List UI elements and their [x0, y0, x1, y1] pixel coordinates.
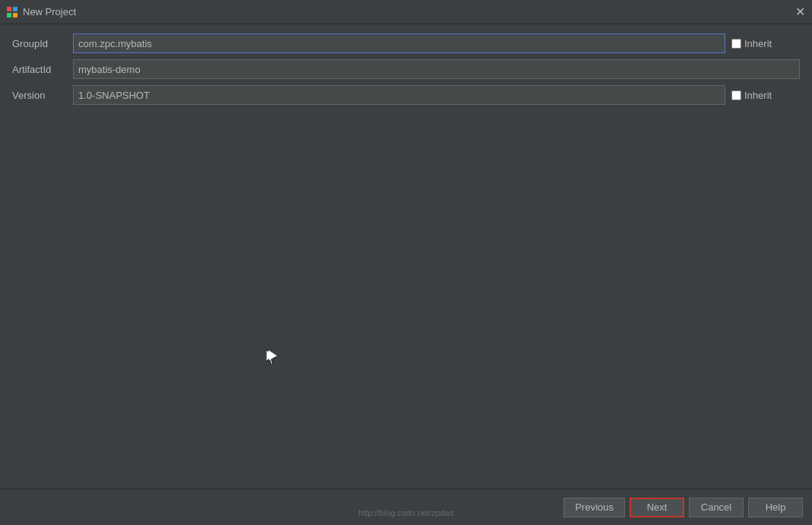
title-bar-left: New Project	[6, 6, 76, 18]
groupid-input-wrapper: Inherit	[73, 33, 800, 53]
svg-marker-4	[266, 349, 275, 365]
window-title: New Project	[23, 6, 76, 17]
version-inherit-wrapper: Inherit	[731, 90, 800, 101]
help-button[interactable]: Help	[748, 498, 803, 517]
groupid-inherit-checkbox[interactable]	[731, 39, 741, 49]
svg-rect-0	[7, 7, 11, 11]
groupid-input[interactable]	[73, 33, 725, 53]
version-input-wrapper: Inherit	[73, 85, 800, 105]
version-row: Version Inherit	[12, 85, 800, 105]
version-label: Version	[12, 90, 73, 101]
svg-rect-3	[13, 13, 17, 17]
close-button[interactable]: ✕	[794, 6, 806, 18]
next-button[interactable]: Next	[630, 498, 684, 517]
groupid-inherit-wrapper: Inherit	[731, 38, 800, 49]
app-icon	[6, 6, 18, 18]
form-content: GroupId Inherit ArtifactId Version Inher…	[0, 24, 812, 120]
artifactid-row: ArtifactId	[12, 59, 800, 79]
groupid-inherit-label: Inherit	[744, 38, 772, 49]
bottom-bar: Previous Next Cancel Help	[0, 489, 812, 525]
artifactid-input-wrapper	[73, 59, 800, 79]
artifactid-label: ArtifactId	[12, 64, 73, 75]
svg-rect-2	[7, 13, 11, 17]
previous-button[interactable]: Previous	[563, 498, 625, 517]
title-bar: New Project ✕	[0, 0, 812, 24]
version-input[interactable]	[73, 85, 725, 105]
artifactid-input[interactable]	[73, 59, 800, 79]
cancel-button[interactable]: Cancel	[689, 498, 744, 517]
version-inherit-checkbox[interactable]	[731, 90, 741, 100]
version-inherit-label: Inherit	[744, 90, 772, 101]
svg-rect-1	[13, 7, 17, 11]
groupid-label: GroupId	[12, 38, 73, 49]
groupid-row: GroupId Inherit	[12, 33, 800, 53]
